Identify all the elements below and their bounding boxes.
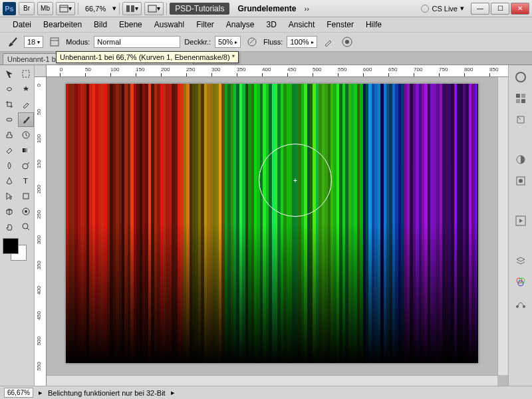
styles-panel-icon[interactable]	[513, 112, 529, 128]
close-button[interactable]: ✕	[511, 3, 529, 15]
svg-rect-0	[60, 5, 68, 12]
view-extras-button[interactable]: ▾	[56, 2, 75, 15]
menu-datei[interactable]: Datei	[7, 18, 37, 31]
brush-size-field[interactable]: 18▾	[24, 36, 43, 48]
foreground-swatch[interactable]	[3, 238, 19, 254]
app-logo-icon[interactable]: Ps	[3, 2, 16, 15]
workspace-switcher[interactable]: PSD-Tutorials	[170, 3, 229, 15]
canvas-area: 0501001502002503003504004505005506006507…	[35, 65, 508, 386]
maximize-button[interactable]: ☐	[491, 3, 509, 15]
pen-tool[interactable]	[1, 174, 17, 188]
hand-tool[interactable]	[1, 219, 17, 234]
current-tool-icon[interactable]	[5, 35, 20, 49]
zoom-tool[interactable]	[18, 219, 34, 234]
3d-tool[interactable]	[1, 204, 17, 219]
lasso-tool[interactable]	[1, 82, 17, 96]
scrollbar-vertical[interactable]	[497, 77, 508, 375]
svg-point-16	[23, 164, 28, 169]
paths-panel-icon[interactable]	[513, 295, 529, 311]
healing-tool[interactable]	[1, 112, 17, 127]
svg-point-21	[25, 210, 27, 213]
mode-value: Normal	[97, 38, 120, 46]
swatches-panel-icon[interactable]	[513, 90, 529, 106]
3d-camera-tool[interactable]	[18, 204, 34, 219]
dodge-tool[interactable]	[18, 158, 34, 173]
adjustments-panel-icon[interactable]	[513, 152, 529, 168]
mode-select[interactable]: Normal	[94, 36, 180, 48]
status-arrow-icon[interactable]: ▸	[39, 388, 43, 397]
menu-ebene[interactable]: Ebene	[113, 18, 148, 31]
crop-tool[interactable]	[1, 97, 17, 112]
move-tool[interactable]	[1, 66, 17, 81]
blur-tool[interactable]	[1, 158, 17, 173]
zoom-display[interactable]: 66,7%	[81, 5, 110, 13]
play-panel-icon[interactable]	[513, 213, 529, 229]
flow-label: Fluss:	[263, 38, 283, 46]
workspace-item[interactable]: Grundelemente	[232, 3, 301, 15]
brush-panel-button[interactable]	[47, 35, 62, 49]
chevron-right-icon[interactable]: ››	[304, 5, 309, 13]
ruler-horizontal[interactable]: 0501001502002503003504004505005506006507…	[47, 65, 508, 77]
bridge-button[interactable]: Br	[19, 2, 35, 15]
flow-value: 100%	[290, 38, 309, 46]
menu-analyse[interactable]: Analyse	[220, 18, 261, 31]
svg-rect-6	[51, 38, 59, 46]
svg-point-8	[248, 38, 256, 46]
pressure-size-button[interactable]	[340, 35, 354, 49]
svg-point-37	[523, 305, 525, 308]
menu-fenster[interactable]: Fenster	[321, 18, 360, 31]
svg-point-24	[516, 72, 525, 82]
status-arrow-icon[interactable]: ▸	[171, 388, 175, 397]
svg-rect-25	[516, 94, 520, 98]
channels-panel-icon[interactable]	[513, 274, 529, 290]
arrange-button[interactable]: ▾	[122, 2, 142, 15]
type-tool[interactable]: T	[18, 174, 34, 188]
ruler-vertical[interactable]: 050100150200250300350400450500550	[35, 77, 47, 386]
scrollbar-horizontal[interactable]	[47, 375, 497, 386]
menu-auswahl[interactable]: Auswahl	[148, 18, 190, 31]
eyedropper-tool[interactable]	[18, 97, 34, 112]
svg-text:T: T	[23, 177, 28, 185]
svg-rect-26	[521, 94, 525, 98]
cs-live-button[interactable]: CS Live ▾	[421, 4, 464, 13]
shape-tool[interactable]	[18, 189, 34, 203]
svg-rect-2	[126, 5, 130, 12]
mode-label: Modus:	[66, 38, 90, 46]
status-zoom[interactable]: 66,67%	[4, 388, 33, 398]
pressure-opacity-button[interactable]	[245, 35, 259, 49]
layers-panel-icon[interactable]	[513, 253, 529, 269]
minibridge-button[interactable]: Mb	[37, 2, 53, 15]
brush-tool[interactable]	[18, 112, 34, 127]
menu-3d[interactable]: 3D	[261, 18, 283, 31]
wand-tool[interactable]	[18, 82, 34, 96]
opacity-label: Deckkr.:	[184, 38, 211, 46]
separator	[78, 3, 78, 15]
airbrush-button[interactable]	[321, 35, 336, 49]
masks-panel-icon[interactable]	[513, 173, 529, 189]
menu-filter[interactable]: Filter	[190, 18, 220, 31]
color-swatches[interactable]	[1, 238, 33, 265]
menu-ansicht[interactable]: Ansicht	[283, 18, 321, 31]
screenmode-button[interactable]: ▾	[144, 2, 164, 15]
menu-bearbeiten[interactable]: Bearbeiten	[37, 18, 88, 31]
gradient-tool[interactable]	[18, 143, 34, 158]
menu-bild[interactable]: Bild	[88, 18, 113, 31]
document-canvas[interactable]	[66, 84, 478, 363]
ruler-origin[interactable]	[35, 65, 47, 77]
brush-size-value: 18	[27, 38, 35, 46]
cs-live-label: CS Live	[432, 5, 458, 13]
opacity-field[interactable]: 50%▸	[215, 36, 241, 48]
history-brush-tool[interactable]	[18, 128, 34, 142]
svg-point-36	[516, 305, 519, 308]
path-select-tool[interactable]	[1, 189, 17, 203]
marquee-tool[interactable]	[18, 66, 34, 81]
stamp-tool[interactable]	[1, 128, 17, 142]
menu-hilfe[interactable]: Hilfe	[360, 18, 388, 31]
flow-field[interactable]: 100%▸	[287, 36, 317, 48]
minimize-button[interactable]: —	[471, 3, 489, 15]
svg-line-17	[27, 162, 29, 164]
color-panel-icon[interactable]	[513, 69, 529, 85]
statusbar: 66,67% ▸ Belichtung funktioniert nur bei…	[0, 386, 532, 399]
eraser-tool[interactable]	[1, 143, 17, 158]
svg-rect-15	[23, 148, 29, 152]
